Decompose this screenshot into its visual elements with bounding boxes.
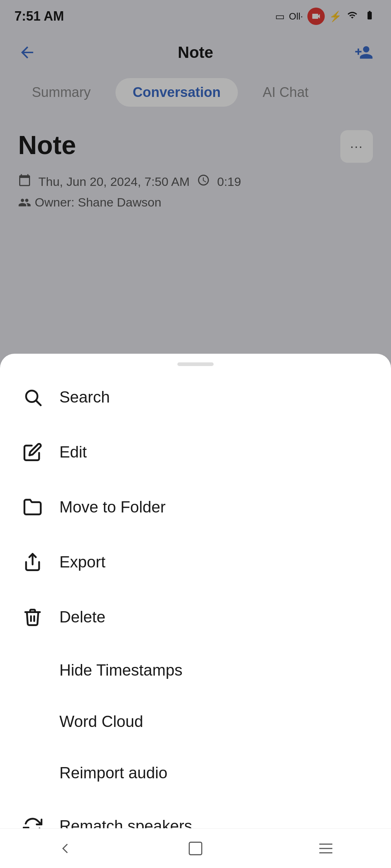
delete-label: Delete: [59, 608, 105, 626]
export-icon: [22, 551, 43, 573]
menu-item-word-cloud[interactable]: Word Cloud: [0, 696, 391, 747]
svg-line-1: [36, 401, 41, 405]
search-icon: [22, 386, 43, 408]
folder-icon: [22, 496, 43, 518]
svg-rect-3: [189, 842, 202, 855]
nav-back-button[interactable]: [51, 834, 80, 863]
menu-item-reimport-audio[interactable]: Reimport audio: [0, 747, 391, 799]
trash-icon: [22, 606, 43, 628]
nav-menu-button[interactable]: [311, 834, 340, 863]
menu-item-move-to-folder[interactable]: Move to Folder: [0, 480, 391, 535]
bottom-sheet: Search Edit Move to Folder Expor: [0, 354, 391, 868]
export-label: Export: [59, 553, 105, 571]
menu-item-search[interactable]: Search: [0, 370, 391, 425]
nav-home-button[interactable]: [181, 834, 210, 863]
menu-item-delete[interactable]: Delete: [0, 590, 391, 644]
sheet-handle: [0, 354, 391, 370]
menu-item-edit[interactable]: Edit: [0, 425, 391, 480]
menu-item-hide-timestamps[interactable]: Hide Timestamps: [0, 644, 391, 696]
drag-handle: [177, 362, 214, 366]
search-label: Search: [59, 388, 110, 406]
menu-item-export[interactable]: Export: [0, 535, 391, 590]
edit-icon: [22, 441, 43, 463]
move-to-folder-label: Move to Folder: [59, 498, 165, 516]
bottom-nav: [0, 828, 391, 868]
edit-label: Edit: [59, 443, 87, 461]
